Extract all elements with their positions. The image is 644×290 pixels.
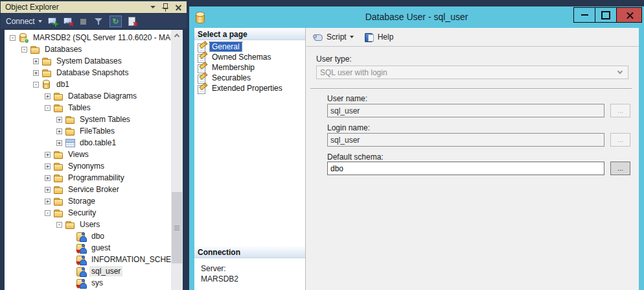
filter-icon[interactable] (94, 16, 104, 27)
tree-expander[interactable]: - (10, 35, 16, 41)
connection-header: Connection (194, 246, 305, 258)
scrollbar-thumb[interactable] (172, 192, 182, 263)
page-item-extended-properties[interactable]: Extended Properties (194, 83, 305, 93)
tree-item-filetables[interactable]: + FileTables (5, 125, 171, 137)
close-button[interactable] (616, 7, 642, 23)
pin-icon[interactable] (161, 3, 169, 12)
dialog-body: Select a page General Owned Schemas Memb… (194, 28, 639, 290)
folder-icon (65, 126, 75, 136)
object-explorer-titlebar[interactable]: Object Explorer (1, 1, 187, 13)
tree-expander[interactable]: - (45, 210, 51, 216)
tree-item-information-schema[interactable]: INFORMATION_SCHEMA (5, 254, 171, 265)
stop-icon[interactable] (78, 16, 89, 27)
chevron-down-icon[interactable] (350, 36, 354, 38)
close-panel-icon[interactable] (175, 4, 182, 11)
tree-item-system-databases[interactable]: + System Databases (5, 55, 171, 67)
login-name-input[interactable] (327, 133, 604, 147)
folder-icon (65, 219, 75, 230)
user-head (82, 244, 85, 247)
user-head (82, 279, 85, 282)
tree-expander[interactable]: + (45, 152, 51, 158)
tree-item-database-snapshots[interactable]: + Database Snapshots (5, 67, 171, 79)
object-explorer-toolbar: Connect (1, 14, 187, 29)
tree-item-database-diagrams[interactable]: + Database Diagrams (5, 90, 171, 102)
tree-expander[interactable]: + (33, 70, 39, 76)
tree-item-tables[interactable]: - Tables (5, 102, 171, 114)
page-label: Securables (210, 73, 253, 82)
tree-expander[interactable]: + (56, 117, 62, 123)
server-value: MARSDB2 (194, 274, 305, 284)
tree-expander[interactable]: - (45, 105, 51, 111)
connect-button[interactable]: Connect (6, 17, 42, 26)
connect-server-icon[interactable] (47, 16, 58, 27)
folder-icon (41, 67, 52, 78)
folder-icon (65, 114, 75, 125)
tree-item-security[interactable]: - Security (5, 207, 171, 219)
folder-icon (53, 184, 63, 195)
default-schema-input[interactable] (327, 162, 604, 175)
tree-expander[interactable]: + (45, 199, 51, 204)
script-button[interactable]: Script (313, 32, 354, 42)
page-item-general[interactable]: General (194, 42, 305, 52)
tree-item-label: dbo.table1 (78, 138, 118, 148)
disabled-arrow-icon (76, 285, 81, 289)
tree-item-label: Synonyms (66, 161, 106, 171)
tree-item-programmability[interactable]: + Programmability (5, 172, 171, 184)
tree-item-sys[interactable]: sys (5, 277, 171, 289)
user-icon (76, 266, 87, 276)
tree-item-dbo-table1[interactable]: + dbo.table1 (5, 137, 171, 149)
page-item-owned-schemas[interactable]: Owned Schemas (194, 52, 305, 62)
tree-expander[interactable]: + (45, 163, 51, 169)
minimize-button[interactable] (573, 7, 595, 23)
maximize-button[interactable] (595, 7, 617, 23)
tree-expander[interactable]: - (21, 47, 27, 53)
user-name-input[interactable] (327, 104, 604, 117)
script-report-icon[interactable] (127, 16, 137, 27)
default-schema-browse-button[interactable]: ... (610, 162, 630, 175)
tree-expander[interactable]: + (33, 58, 39, 64)
tree-item-dbo[interactable]: dbo (5, 230, 171, 242)
help-button[interactable]: Help (364, 32, 394, 42)
help-icon (364, 32, 374, 42)
folder-icon (53, 196, 63, 206)
page-item-securables[interactable]: Securables (194, 73, 305, 83)
page-label: General (210, 42, 242, 51)
disconnect-server-icon[interactable] (63, 16, 73, 27)
tree-item-label: Programmability (66, 173, 126, 183)
user-name-browse-button[interactable]: ... (610, 104, 630, 117)
tree-item-storage[interactable]: + Storage (5, 195, 171, 207)
tree-item-db1[interactable]: - db1 (5, 79, 171, 90)
tree-expander[interactable]: - (33, 82, 39, 88)
dialog-titlebar[interactable]: Database User - sql_user (189, 6, 644, 28)
tree-item-users[interactable]: - Users (5, 219, 171, 230)
refresh-button[interactable] (109, 16, 122, 27)
x-badge-icon (133, 21, 138, 27)
tree-item-synonyms[interactable]: + Synonyms (5, 160, 171, 172)
tree-expander[interactable]: + (45, 175, 51, 181)
tree-item-label: Security (66, 208, 98, 218)
tree-expander[interactable]: + (45, 187, 51, 193)
database-icon (41, 79, 52, 90)
chevron-up-icon (174, 34, 179, 39)
tree-expander[interactable]: + (56, 140, 62, 146)
scroll-up-button[interactable] (171, 30, 183, 40)
user-head (82, 256, 85, 259)
tree-item-system-tables[interactable]: + System Tables (5, 114, 171, 125)
page-icon (197, 63, 207, 73)
tree-item-sql-user[interactable]: sql_user (5, 265, 171, 277)
tree-item-service-broker[interactable]: + Service Broker (5, 184, 171, 195)
dialog-toolbar: Script Help (306, 28, 639, 47)
tree-item-databases[interactable]: - Databases (5, 43, 171, 55)
tree-item-server[interactable]: - MARSDB2 (SQL Server 11.0.6020 - MARSD (5, 32, 171, 43)
vertical-scrollbar[interactable] (171, 30, 183, 290)
window-menu-chevron-down-icon[interactable] (150, 6, 155, 8)
tree-item-guest[interactable]: guest (5, 242, 171, 254)
tree-expander[interactable]: - (56, 222, 62, 228)
login-name-browse-button[interactable]: ... (610, 133, 630, 147)
tree-expander[interactable]: + (45, 93, 51, 99)
tree-expander[interactable]: + (56, 128, 62, 134)
tree-item-views[interactable]: + Views (5, 149, 171, 160)
page-item-membership[interactable]: Membership (194, 62, 305, 73)
grip-icon (174, 226, 179, 230)
user-type-select[interactable]: SQL user with login (316, 66, 628, 79)
